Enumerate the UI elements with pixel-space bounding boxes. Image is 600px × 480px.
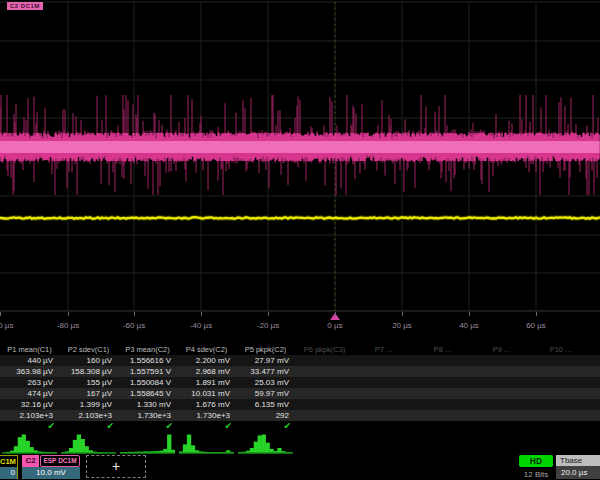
measurement-cell bbox=[531, 399, 590, 410]
status-check-icon: ✔ bbox=[118, 421, 177, 432]
descriptor-bar: C1M 0 mV C2 ESP DC1M 10.0 mV + HD 12 Bit… bbox=[0, 455, 600, 480]
measurement-cell: 1.730e+3 bbox=[177, 410, 236, 421]
measurement-cell bbox=[531, 355, 590, 366]
measurement-cell: 1.399 µV bbox=[59, 399, 118, 410]
measurement-cell: 32.16 µV bbox=[0, 399, 59, 410]
measurement-cell: 158.308 µV bbox=[59, 366, 118, 377]
status-check-icon bbox=[413, 421, 472, 432]
measurement-cell: 292 bbox=[236, 410, 295, 421]
measurement-cell bbox=[590, 377, 600, 388]
axis-tick bbox=[201, 312, 202, 316]
hd-bits-label: 12 Bits bbox=[519, 470, 553, 479]
parameter-header[interactable]: P6 pkpk(C3) bbox=[295, 344, 354, 355]
axis-tick bbox=[536, 312, 537, 316]
parameter-header[interactable]: P3 mean(C2) bbox=[118, 344, 177, 355]
parameter-header[interactable]: P10 ... bbox=[531, 344, 590, 355]
measurement-cell bbox=[590, 410, 600, 421]
table-row: 2.103e+32.103e+31.730e+31.730e+3292 bbox=[0, 410, 600, 421]
table-row: 440 µV160 µV1.556616 V2.200 mV27.97 mV bbox=[0, 355, 600, 366]
time-axis: -100 µs-80 µs-60 µs-40 µs-20 µs0 µs20 µs… bbox=[0, 312, 600, 344]
measurement-cell: 2.968 mV bbox=[177, 366, 236, 377]
axis-label: -60 µs bbox=[123, 321, 145, 330]
waveform-grid: C2 DC1M bbox=[0, 0, 600, 312]
measurement-cell bbox=[295, 377, 354, 388]
grid-svg bbox=[0, 0, 600, 312]
measurement-cell bbox=[472, 355, 531, 366]
table-row: 363.98 µV158.308 µV1.557591 V2.968 mV33.… bbox=[0, 366, 600, 377]
measurement-cell bbox=[472, 366, 531, 377]
table-row: 474 µV167 µV1.558645 V10.031 mV59.97 mV bbox=[0, 388, 600, 399]
measurement-cell: 440 µV bbox=[0, 355, 59, 366]
status-check-icon bbox=[590, 421, 600, 432]
measurement-cell: 474 µV bbox=[0, 388, 59, 399]
table-row: 32.16 µV1.399 µV1.330 mV1.676 mV6.135 mV bbox=[0, 399, 600, 410]
measurement-cell bbox=[472, 410, 531, 421]
parameter-header[interactable]: P11 bbox=[590, 344, 600, 355]
axis-tick bbox=[134, 312, 135, 316]
channel-c2-descriptor[interactable]: C2 ESP DC1M 10.0 mV bbox=[22, 455, 80, 479]
axis-tick bbox=[402, 312, 403, 316]
measurement-cell: 363.98 µV bbox=[0, 366, 59, 377]
measurement-cell bbox=[590, 388, 600, 399]
measurement-cell: 155 µV bbox=[59, 377, 118, 388]
measurement-cell: 1.558645 V bbox=[118, 388, 177, 399]
measurement-cell: 1.891 mV bbox=[177, 377, 236, 388]
timebase-descriptor[interactable]: Tbase 20.0 µs bbox=[556, 455, 600, 479]
c2-channel-tag: C2 bbox=[22, 455, 39, 467]
measurement-cell: 33.477 mV bbox=[236, 366, 295, 377]
status-check-icon: ✔ bbox=[59, 421, 118, 432]
status-check-icon: ✔ bbox=[0, 421, 59, 432]
measurement-cell: 1.730e+3 bbox=[118, 410, 177, 421]
waveform-plot bbox=[0, 0, 600, 316]
measurement-cell bbox=[531, 366, 590, 377]
axis-tick bbox=[469, 312, 470, 316]
measurement-cell bbox=[413, 410, 472, 421]
timebase-value: 20.0 µs bbox=[556, 466, 600, 479]
parameter-header[interactable]: P4 sdev(C2) bbox=[177, 344, 236, 355]
measurement-cell: 2.200 mV bbox=[177, 355, 236, 366]
axis-tick bbox=[0, 312, 1, 316]
measurement-cell bbox=[472, 399, 531, 410]
measurement-cell bbox=[413, 388, 472, 399]
measurement-cell: 160 µV bbox=[59, 355, 118, 366]
measurement-cell bbox=[295, 410, 354, 421]
axis-label: 40 µs bbox=[459, 321, 479, 330]
parameter-header[interactable]: P7 ... bbox=[354, 344, 413, 355]
trace-status-badge: C2 DC1M bbox=[7, 2, 43, 10]
measurement-cell bbox=[354, 366, 413, 377]
table-row: ✔✔✔✔✔ bbox=[0, 421, 600, 432]
parameter-header[interactable]: P1 mean(C1) bbox=[0, 344, 59, 355]
measurement-cell bbox=[354, 388, 413, 399]
measurement-cell bbox=[531, 377, 590, 388]
measurement-cell: 6.135 mV bbox=[236, 399, 295, 410]
c1-coupling-label: C1M bbox=[0, 456, 17, 467]
measurement-cell bbox=[472, 377, 531, 388]
measurement-cell: 1.550084 V bbox=[118, 377, 177, 388]
measurement-cell bbox=[413, 399, 472, 410]
measurement-cell: 27.97 mV bbox=[236, 355, 295, 366]
c2-coupling-label: ESP DC1M bbox=[40, 455, 80, 467]
measurement-cell bbox=[472, 388, 531, 399]
oscilloscope-screen: C2 DC1M -100 µs-80 µs-60 µs-40 µs-20 µs0… bbox=[0, 0, 600, 480]
measurement-cell bbox=[413, 366, 472, 377]
axis-label: 60 µs bbox=[526, 321, 546, 330]
parameter-header[interactable]: P8 ... bbox=[413, 344, 472, 355]
parameter-header[interactable]: P9 ... bbox=[472, 344, 531, 355]
measurement-cell: 1.330 mV bbox=[118, 399, 177, 410]
axis-label: -40 µs bbox=[190, 321, 212, 330]
axis-label: 0 µs bbox=[327, 321, 342, 330]
measurement-cell bbox=[590, 399, 600, 410]
status-check-icon bbox=[295, 421, 354, 432]
channel-c1-descriptor[interactable]: C1M 0 mV bbox=[0, 455, 18, 479]
measurement-cell: 167 µV bbox=[59, 388, 118, 399]
parameter-header[interactable]: P2 sdev(C1) bbox=[59, 344, 118, 355]
add-trace-button[interactable]: + bbox=[86, 455, 146, 478]
table-row: P1 mean(C1)P2 sdev(C1)P3 mean(C2)P4 sdev… bbox=[0, 344, 600, 355]
c1-scale-value: 0 mV bbox=[0, 467, 17, 479]
histicon-row bbox=[0, 433, 600, 455]
parameter-header[interactable]: P5 pkpk(C2) bbox=[236, 344, 295, 355]
measurement-cell: 1.556616 V bbox=[118, 355, 177, 366]
measurement-cell bbox=[354, 399, 413, 410]
measurement-cell bbox=[354, 377, 413, 388]
measurement-table: P1 mean(C1)P2 sdev(C1)P3 mean(C2)P4 sdev… bbox=[0, 344, 600, 432]
